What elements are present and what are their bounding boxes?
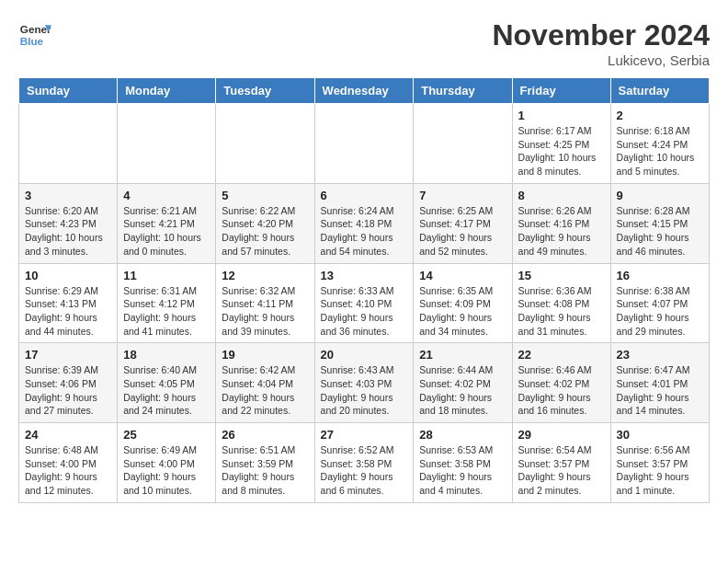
calendar-cell: 2Sunrise: 6:18 AM Sunset: 4:24 PM Daylig… [610,104,709,184]
calendar-cell: 13Sunrise: 6:33 AM Sunset: 4:10 PM Dayli… [314,263,414,343]
day-info: Sunrise: 6:48 AM Sunset: 4:00 PM Dayligh… [25,443,111,498]
day-info: Sunrise: 6:42 AM Sunset: 4:04 PM Dayligh… [222,363,308,418]
week-row-4: 17Sunrise: 6:39 AM Sunset: 4:06 PM Dayli… [19,343,710,423]
location: Lukicevo, Serbia [492,52,710,68]
day-info: Sunrise: 6:32 AM Sunset: 4:11 PM Dayligh… [222,284,308,339]
day-info: Sunrise: 6:46 AM Sunset: 4:02 PM Dayligh… [518,363,605,418]
logo-icon: General Blue [18,18,51,52]
day-number: 23 [617,348,703,362]
calendar-cell: 29Sunrise: 6:54 AM Sunset: 3:57 PM Dayli… [512,423,610,503]
day-number: 1 [518,109,605,122]
day-number: 8 [518,189,605,202]
calendar-cell [314,104,414,184]
day-number: 27 [321,428,408,442]
calendar-cell: 15Sunrise: 6:36 AM Sunset: 4:08 PM Dayli… [512,263,610,343]
day-info: Sunrise: 6:53 AM Sunset: 3:58 PM Dayligh… [419,443,506,498]
day-number: 3 [25,189,111,202]
day-number: 7 [419,189,506,202]
calendar-cell: 20Sunrise: 6:43 AM Sunset: 4:03 PM Dayli… [314,343,414,423]
day-info: Sunrise: 6:25 AM Sunset: 4:17 PM Dayligh… [419,204,506,259]
day-info: Sunrise: 6:38 AM Sunset: 4:07 PM Dayligh… [617,284,703,339]
day-info: Sunrise: 6:54 AM Sunset: 3:57 PM Dayligh… [518,443,605,498]
calendar-cell [19,104,118,184]
calendar-cell: 21Sunrise: 6:44 AM Sunset: 4:02 PM Dayli… [414,343,512,423]
calendar-cell: 7Sunrise: 6:25 AM Sunset: 4:17 PM Daylig… [414,183,512,263]
svg-text:General: General [20,23,51,35]
calendar-cell: 9Sunrise: 6:28 AM Sunset: 4:15 PM Daylig… [610,183,709,263]
day-number: 17 [25,348,111,362]
day-number: 5 [222,189,308,202]
calendar-cell: 4Sunrise: 6:21 AM Sunset: 4:21 PM Daylig… [118,183,216,263]
calendar-cell: 26Sunrise: 6:51 AM Sunset: 3:59 PM Dayli… [216,423,314,503]
weekday-header-saturday: Saturday [610,78,709,104]
day-info: Sunrise: 6:36 AM Sunset: 4:08 PM Dayligh… [518,284,605,339]
day-number: 14 [419,269,506,282]
calendar-cell: 5Sunrise: 6:22 AM Sunset: 4:20 PM Daylig… [216,183,314,263]
calendar-cell: 24Sunrise: 6:48 AM Sunset: 4:00 PM Dayli… [19,423,118,503]
weekday-header-thursday: Thursday [414,78,512,104]
day-number: 13 [321,269,408,282]
day-number: 25 [123,428,210,442]
day-number: 20 [321,348,408,362]
weekday-header-friday: Friday [512,78,610,104]
weekday-header-sunday: Sunday [19,78,118,104]
day-number: 21 [419,348,506,362]
day-info: Sunrise: 6:43 AM Sunset: 4:03 PM Dayligh… [321,363,408,418]
day-number: 6 [321,189,408,202]
day-info: Sunrise: 6:51 AM Sunset: 3:59 PM Dayligh… [222,443,308,498]
day-number: 29 [518,428,605,442]
day-number: 30 [617,428,703,442]
day-number: 28 [419,428,506,442]
calendar-cell: 11Sunrise: 6:31 AM Sunset: 4:12 PM Dayli… [118,263,216,343]
calendar-table: SundayMondayTuesdayWednesdayThursdayFrid… [18,77,710,503]
title-block: November 2024 Lukicevo, Serbia [492,18,710,68]
day-number: 9 [617,189,703,202]
calendar-cell: 27Sunrise: 6:52 AM Sunset: 3:58 PM Dayli… [314,423,414,503]
calendar-cell: 18Sunrise: 6:40 AM Sunset: 4:05 PM Dayli… [118,343,216,423]
day-info: Sunrise: 6:31 AM Sunset: 4:12 PM Dayligh… [123,284,210,339]
day-info: Sunrise: 6:40 AM Sunset: 4:05 PM Dayligh… [123,363,210,418]
day-info: Sunrise: 6:44 AM Sunset: 4:02 PM Dayligh… [419,363,506,418]
calendar-cell: 14Sunrise: 6:35 AM Sunset: 4:09 PM Dayli… [414,263,512,343]
day-info: Sunrise: 6:21 AM Sunset: 4:21 PM Dayligh… [123,204,210,259]
day-info: Sunrise: 6:20 AM Sunset: 4:23 PM Dayligh… [25,204,111,259]
calendar-cell [414,104,512,184]
calendar-cell: 30Sunrise: 6:56 AM Sunset: 3:57 PM Dayli… [610,423,709,503]
calendar-cell: 22Sunrise: 6:46 AM Sunset: 4:02 PM Dayli… [512,343,610,423]
week-row-3: 10Sunrise: 6:29 AM Sunset: 4:13 PM Dayli… [19,263,710,343]
day-number: 26 [222,428,308,442]
weekday-header-row: SundayMondayTuesdayWednesdayThursdayFrid… [19,78,710,104]
day-info: Sunrise: 6:47 AM Sunset: 4:01 PM Dayligh… [617,363,703,418]
calendar-cell: 3Sunrise: 6:20 AM Sunset: 4:23 PM Daylig… [19,183,118,263]
calendar-cell: 12Sunrise: 6:32 AM Sunset: 4:11 PM Dayli… [216,263,314,343]
logo: General Blue [18,18,51,52]
month-title: November 2024 [492,18,710,52]
week-row-5: 24Sunrise: 6:48 AM Sunset: 4:00 PM Dayli… [19,423,710,503]
day-number: 15 [518,269,605,282]
calendar-cell: 23Sunrise: 6:47 AM Sunset: 4:01 PM Dayli… [610,343,709,423]
day-info: Sunrise: 6:17 AM Sunset: 4:25 PM Dayligh… [518,124,605,178]
day-number: 11 [123,269,210,282]
calendar-cell: 1Sunrise: 6:17 AM Sunset: 4:25 PM Daylig… [512,104,610,184]
weekday-header-tuesday: Tuesday [216,78,314,104]
day-number: 10 [25,269,111,282]
calendar-cell: 8Sunrise: 6:26 AM Sunset: 4:16 PM Daylig… [512,183,610,263]
day-number: 18 [123,348,210,362]
day-info: Sunrise: 6:35 AM Sunset: 4:09 PM Dayligh… [419,284,506,339]
day-number: 12 [222,269,308,282]
calendar-cell: 28Sunrise: 6:53 AM Sunset: 3:58 PM Dayli… [414,423,512,503]
weekday-header-monday: Monday [118,78,216,104]
calendar-cell: 6Sunrise: 6:24 AM Sunset: 4:18 PM Daylig… [314,183,414,263]
day-info: Sunrise: 6:29 AM Sunset: 4:13 PM Dayligh… [25,284,111,339]
svg-text:Blue: Blue [20,35,44,47]
calendar-cell: 10Sunrise: 6:29 AM Sunset: 4:13 PM Dayli… [19,263,118,343]
weekday-header-wednesday: Wednesday [314,78,414,104]
day-info: Sunrise: 6:56 AM Sunset: 3:57 PM Dayligh… [617,443,703,498]
page-header: General Blue November 2024 Lukicevo, Ser… [18,18,710,68]
day-number: 22 [518,348,605,362]
calendar-cell [118,104,216,184]
week-row-2: 3Sunrise: 6:20 AM Sunset: 4:23 PM Daylig… [19,183,710,263]
day-number: 2 [617,109,703,122]
day-info: Sunrise: 6:49 AM Sunset: 4:00 PM Dayligh… [123,443,210,498]
calendar-cell: 17Sunrise: 6:39 AM Sunset: 4:06 PM Dayli… [19,343,118,423]
